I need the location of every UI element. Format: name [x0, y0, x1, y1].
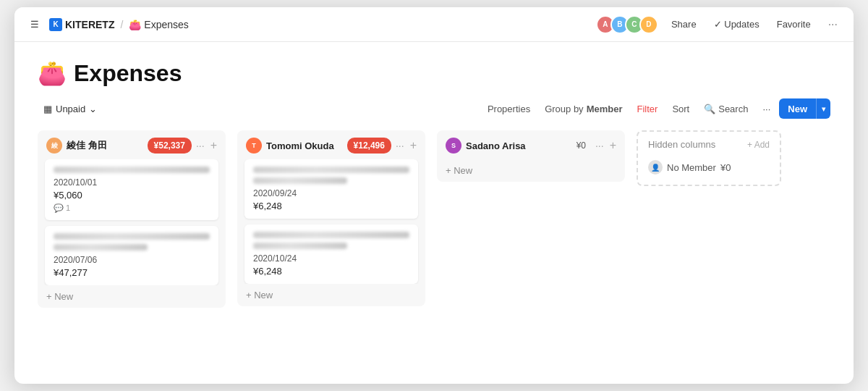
topbar: ☰ K KITERETZ / 👛 Expenses A B C D Share — [14, 7, 854, 42]
main-content: 👛 Expenses ▦ Unpaid ⌄ Properties Group b… — [14, 42, 854, 384]
column-1-header: 綾 綾佳 角田 ¥52,337 ··· + — [38, 130, 226, 159]
column-1-avatar: 綾 — [46, 138, 62, 154]
card-amount: ¥6,248 — [253, 266, 409, 277]
card-date: 2020/09/24 — [253, 188, 409, 198]
view-selector[interactable]: ▦ Unpaid ⌄ — [38, 101, 103, 117]
toolbar-right: Properties Group by Member Filter Sort 🔍… — [482, 98, 830, 119]
more-toolbar-button[interactable]: ··· — [757, 101, 776, 117]
card[interactable]: 2020/07/06 ¥47,277 — [45, 226, 218, 285]
filter-button[interactable]: Filter — [631, 101, 663, 117]
toolbar: ▦ Unpaid ⌄ Properties Group by Member Fi… — [38, 98, 830, 119]
column-3-avatar: S — [446, 138, 461, 154]
search-icon: 🔍 — [704, 104, 715, 114]
column-1-dots[interactable]: ··· — [196, 140, 205, 151]
favorite-button[interactable]: Favorite — [773, 16, 815, 33]
page-title: 👛 Expenses — [38, 59, 830, 87]
column-3-dots[interactable]: ··· — [595, 140, 604, 151]
column-2-plus[interactable]: + — [410, 139, 417, 152]
card-date: 2020/10/01 — [54, 177, 210, 188]
logo: K KITERETZ — [49, 18, 114, 31]
card-amount: ¥6,248 — [253, 201, 409, 211]
column-2-new[interactable]: + New — [237, 284, 425, 306]
card-blur-subtitle — [253, 177, 347, 184]
new-button-label: New — [779, 98, 817, 119]
card-amount: ¥47,277 — [54, 267, 210, 278]
breadcrumb-current: 👛 Expenses — [129, 19, 188, 30]
hamburger-menu[interactable]: ☰ — [26, 16, 43, 33]
toolbar-left: ▦ Unpaid ⌄ — [38, 101, 476, 117]
topbar-right: A B C D Share ✓ Updates Favorite ··· — [596, 15, 842, 34]
hidden-columns-panel: Hidden columns + Add 👤 No Member ¥0 — [637, 130, 781, 186]
sort-button[interactable]: Sort — [666, 101, 695, 117]
column-2: T Tomomi Okuda ¥12,496 ··· + 2020/09/24 … — [237, 130, 425, 306]
column-2-dots[interactable]: ··· — [396, 140, 404, 151]
column-3-name: Sadano Arisa — [466, 140, 567, 151]
card[interactable]: 2020/10/01 ¥5,060 💬 1 — [45, 159, 218, 220]
card-date: 2020/07/06 — [54, 255, 210, 265]
card-blur-title — [54, 233, 210, 240]
card[interactable]: 2020/09/24 ¥6,248 — [244, 159, 418, 219]
card-blur-title — [54, 167, 210, 173]
no-member-amount: ¥0 — [720, 162, 731, 173]
breadcrumb-sep: / — [120, 19, 123, 30]
updates-button[interactable]: ✓ Updates — [710, 16, 764, 33]
group-by-button[interactable]: Group by Member — [539, 101, 628, 117]
card-comment: 💬 1 — [54, 203, 210, 213]
search-button[interactable]: 🔍 Search — [698, 101, 754, 117]
view-label: Unpaid — [56, 104, 85, 114]
no-member-icon: 👤 — [648, 160, 663, 175]
card-amount: ¥5,060 — [54, 190, 210, 201]
no-member-label: No Member — [667, 162, 716, 173]
view-chevron: ⌄ — [89, 104, 97, 114]
column-3-new[interactable]: + New — [437, 159, 625, 182]
column-2-amount: ¥12,496 — [347, 138, 391, 154]
column-3-header: S Sadano Arisa ¥0 ··· + — [437, 130, 625, 159]
column-3: S Sadano Arisa ¥0 ··· + + New — [437, 130, 625, 182]
column-2-header: T Tomomi Okuda ¥12,496 ··· + — [237, 130, 425, 159]
more-options-button[interactable]: ··· — [824, 15, 842, 34]
hidden-columns-title: Hidden columns — [648, 139, 715, 150]
column-1-cards: 2020/10/01 ¥5,060 💬 1 2020/07/06 ¥47,277 — [38, 159, 226, 285]
view-icon: ▦ — [43, 104, 52, 114]
card-blur-subtitle — [54, 244, 148, 251]
column-1-plus[interactable]: + — [210, 139, 217, 152]
page-emoji: 👛 — [129, 19, 141, 30]
hidden-columns-add[interactable]: + Add — [747, 140, 770, 150]
column-1-new[interactable]: + New — [38, 285, 226, 308]
avatar-group: A B C D — [596, 15, 658, 34]
card-blur-subtitle — [253, 243, 347, 249]
page-name: Expenses — [144, 19, 188, 30]
title-emoji: 👛 — [38, 59, 67, 87]
card[interactable]: 2020/10/24 ¥6,248 — [244, 224, 418, 284]
no-member-row: 👤 No Member ¥0 — [648, 157, 770, 177]
more-icon: ··· — [828, 18, 838, 31]
avatar: D — [639, 15, 658, 34]
column-1: 綾 綾佳 角田 ¥52,337 ··· + 2020/10/01 ¥5,060 … — [38, 130, 226, 308]
app-window: ☰ K KITERETZ / 👛 Expenses A B C D Share — [14, 7, 854, 384]
column-2-avatar: T — [246, 138, 262, 154]
new-button-arrow: ▾ — [817, 98, 830, 119]
column-1-amount: ¥52,337 — [148, 138, 192, 154]
column-3-plus[interactable]: + — [610, 139, 616, 152]
card-date: 2020/10/24 — [253, 253, 409, 264]
column-3-amount: ¥0 — [571, 139, 591, 152]
column-2-cards: 2020/09/24 ¥6,248 2020/10/24 ¥6,248 — [237, 159, 425, 284]
properties-button[interactable]: Properties — [482, 101, 536, 117]
card-blur-title — [253, 232, 409, 238]
card-blur-title — [253, 167, 409, 173]
column-1-name: 綾佳 角田 — [67, 139, 143, 152]
column-2-name: Tomomi Okuda — [266, 140, 343, 151]
new-button[interactable]: New ▾ — [779, 98, 830, 119]
board: 綾 綾佳 角田 ¥52,337 ··· + 2020/10/01 ¥5,060 … — [38, 130, 830, 372]
hidden-columns-header: Hidden columns + Add — [648, 139, 770, 150]
topbar-left: ☰ K KITERETZ / 👛 Expenses — [26, 16, 590, 33]
logo-icon: K — [49, 18, 62, 31]
title-text: Expenses — [74, 60, 182, 87]
logo-text: KITERETZ — [65, 19, 114, 30]
share-button[interactable]: Share — [667, 16, 701, 33]
